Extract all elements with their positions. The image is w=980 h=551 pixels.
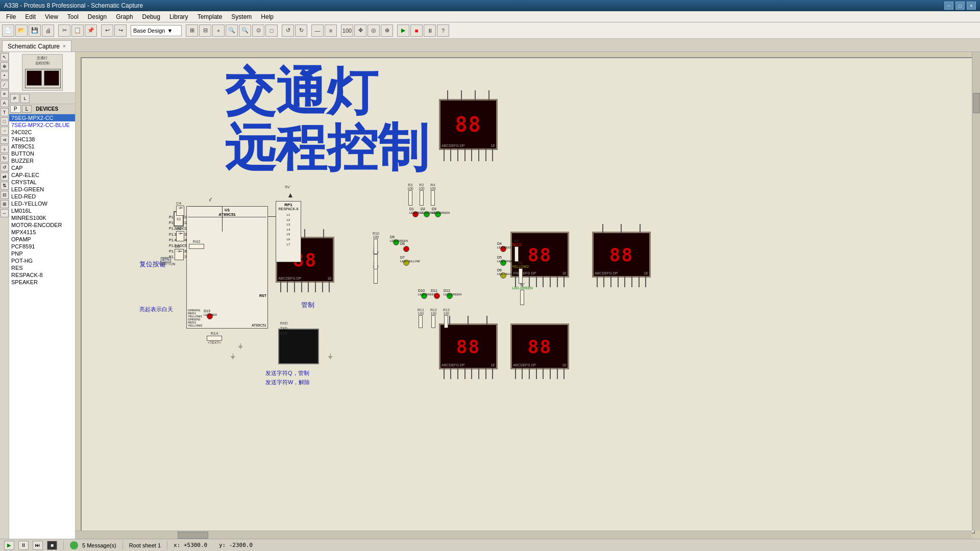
redo-button[interactable]: ↪ xyxy=(114,24,127,37)
device-item-23[interactable]: SPEAKER xyxy=(9,279,75,286)
design-selector[interactable]: Base Design ▼ xyxy=(131,25,182,36)
paste-button[interactable]: 📌 xyxy=(85,24,97,37)
menu-debug[interactable]: Debug xyxy=(138,12,164,21)
wire-button[interactable]: — xyxy=(311,24,324,37)
text-tool[interactable]: T xyxy=(1,108,9,116)
device-item-1[interactable]: 7SEG-MPX2-CC-BLUE xyxy=(9,121,75,129)
flip-h[interactable]: ⇄ xyxy=(1,172,9,181)
menu-file[interactable]: File xyxy=(2,12,20,21)
zoom-fit-button[interactable]: ⊙ xyxy=(252,24,264,37)
print-button[interactable]: 🖨 xyxy=(42,24,54,37)
step-status-btn[interactable]: ⏭ xyxy=(33,541,43,550)
device-item-7[interactable]: CAP xyxy=(9,164,75,171)
rotate-ccw[interactable]: ↺ xyxy=(1,163,9,171)
device-item-15[interactable]: MOTOR-ENCODER xyxy=(9,221,75,229)
tab-schematic[interactable]: Schematic Capture × xyxy=(2,40,71,52)
pause-button[interactable]: ⏸ xyxy=(424,24,436,37)
zoom-100-button[interactable]: 100 xyxy=(341,24,353,37)
stop-status-btn[interactable]: ■ xyxy=(47,541,57,550)
device-item-5[interactable]: BUTTON xyxy=(9,150,75,157)
menu-edit[interactable]: Edit xyxy=(21,12,40,21)
bus-tool[interactable]: □ xyxy=(1,117,9,126)
cut-button[interactable]: ✂ xyxy=(58,24,70,37)
grid2-button[interactable]: ⊟ xyxy=(199,24,211,37)
device-item-22[interactable]: RESPACK-8 xyxy=(9,271,75,279)
device-item-14[interactable]: MINRES100K xyxy=(9,214,75,221)
horizontal-scrollbar[interactable] xyxy=(76,531,972,539)
stop-button[interactable]: ■ xyxy=(410,24,423,37)
menu-library[interactable]: Library xyxy=(165,12,192,21)
bus-wire-tool[interactable]: ≡ xyxy=(1,90,9,98)
pause-status-btn[interactable]: ⏸ xyxy=(18,541,29,550)
marker-button[interactable]: ◎ xyxy=(368,24,380,37)
vertical-scrollbar[interactable] xyxy=(972,52,980,531)
device-item-13[interactable]: LM016L xyxy=(9,207,75,214)
new-button[interactable]: 📄 xyxy=(2,24,14,37)
component-tool[interactable]: ⊕ xyxy=(1,62,9,70)
label-tool[interactable]: A xyxy=(1,99,9,107)
menu-tool[interactable]: Tool xyxy=(63,12,83,21)
maximize-button[interactable]: □ xyxy=(955,2,965,10)
play-button[interactable]: ▶ xyxy=(397,24,409,37)
device-item-8[interactable]: CAP-ELEC xyxy=(9,171,75,179)
origin-tool[interactable]: ⊞ xyxy=(1,200,9,208)
pan-button[interactable]: ✥ xyxy=(354,24,366,37)
measure-tool[interactable]: ↔ xyxy=(1,209,9,217)
dev-tab-l[interactable]: L xyxy=(22,105,32,113)
sidebar-lib-btn[interactable]: L xyxy=(20,94,30,103)
device-item-21[interactable]: RES xyxy=(9,264,75,271)
sidebar-add-btn[interactable]: P xyxy=(10,94,19,103)
device-item-10[interactable]: LED-GREEN xyxy=(9,186,75,193)
junction-tool[interactable]: • xyxy=(1,71,9,80)
redo2-button[interactable]: ↻ xyxy=(295,24,307,37)
menu-template[interactable]: Template xyxy=(193,12,227,21)
grid-button[interactable]: ⊞ xyxy=(186,24,198,37)
menu-help[interactable]: Help xyxy=(257,12,278,21)
crosshair-button[interactable]: + xyxy=(212,24,225,37)
dev-tab-p[interactable]: P xyxy=(10,105,21,113)
device-item-16[interactable]: MPX4115 xyxy=(9,229,75,236)
zoom-area-button[interactable]: □ xyxy=(265,24,278,37)
bus-button[interactable]: ≡ xyxy=(325,24,337,37)
port-tool[interactable]: ⊲ xyxy=(1,136,9,144)
device-item-2[interactable]: 24C02C xyxy=(9,129,75,136)
device-item-18[interactable]: PCF8591 xyxy=(9,243,75,250)
undo-button[interactable]: ↩ xyxy=(101,24,113,37)
zoom-in-button[interactable]: 🔍 xyxy=(226,24,238,37)
device-item-6[interactable]: BUZZER xyxy=(9,157,75,164)
canvas-area[interactable]: 交通灯 远程控制 88 ABCDEFG DP 1E xyxy=(76,52,980,539)
zoom-out-button[interactable]: 🔍 xyxy=(239,24,251,37)
device-item-17[interactable]: OPAMP xyxy=(9,236,75,243)
schematic-canvas[interactable]: 交通灯 远程控制 88 ABCDEFG DP 1E xyxy=(81,57,975,534)
window-controls[interactable]: − □ × xyxy=(944,2,976,10)
device-item-0[interactable]: 7SEG-MPX2-CC xyxy=(9,114,75,121)
copy-button[interactable]: 📋 xyxy=(71,24,84,37)
rotate-cw[interactable]: ↻ xyxy=(1,154,9,162)
terminal-tool[interactable]: → xyxy=(1,127,9,135)
device-item-4[interactable]: AT89C51 xyxy=(9,143,75,150)
wire-tool[interactable]: ∕ xyxy=(1,81,9,89)
help-button[interactable]: ? xyxy=(437,24,449,37)
tab-close-button[interactable]: × xyxy=(63,43,66,49)
device-item-9[interactable]: CRYSTAL xyxy=(9,179,75,186)
menu-design[interactable]: Design xyxy=(84,12,111,21)
menu-system[interactable]: System xyxy=(227,12,256,21)
power-tool[interactable]: ⏚ xyxy=(1,145,9,153)
device-item-12[interactable]: LED-YELLOW xyxy=(9,200,75,207)
save-button[interactable]: 💾 xyxy=(29,24,41,37)
zoom-area2[interactable]: ⊟ xyxy=(1,191,9,199)
flip-v[interactable]: ⇅ xyxy=(1,182,9,190)
device-item-20[interactable]: POT-HG xyxy=(9,257,75,264)
probe-button[interactable]: ⊕ xyxy=(381,24,393,37)
select-tool[interactable]: ↖ xyxy=(1,53,9,61)
menu-graph[interactable]: Graph xyxy=(112,12,137,21)
device-item-11[interactable]: LED-RED xyxy=(9,193,75,200)
play-status-btn[interactable]: ▶ xyxy=(4,541,14,550)
undo2-button[interactable]: ↺ xyxy=(282,24,294,37)
menu-view[interactable]: View xyxy=(41,12,62,21)
close-button[interactable]: × xyxy=(967,2,976,10)
minimize-button[interactable]: − xyxy=(944,2,953,10)
open-button[interactable]: 📂 xyxy=(15,24,28,37)
device-item-3[interactable]: 74HC138 xyxy=(9,136,75,143)
device-item-19[interactable]: PNP xyxy=(9,250,75,257)
